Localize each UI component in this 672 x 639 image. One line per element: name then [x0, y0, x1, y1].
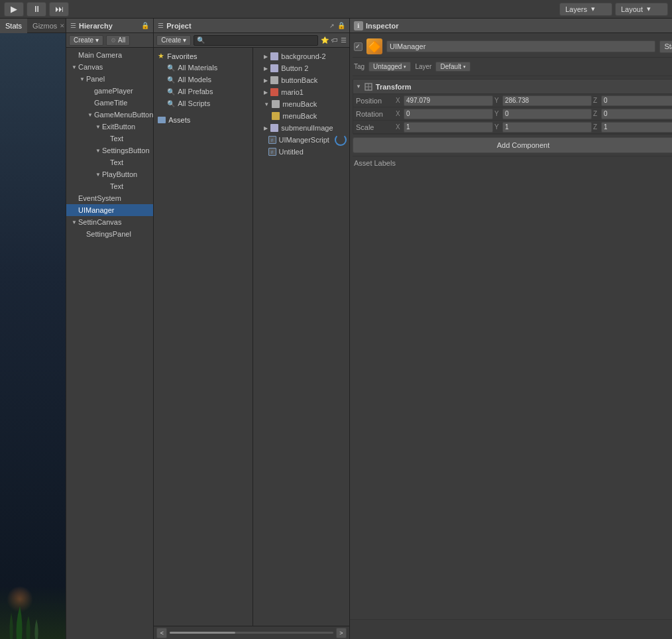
asset-sub-item-menuback-file[interactable]: menuBack: [253, 110, 349, 122]
object-header: ✓ 🔶 Static ▾: [353, 36, 672, 58]
scale-y-input[interactable]: [502, 122, 592, 133]
object-name-field[interactable]: [386, 40, 655, 52]
hierarchy-create-button[interactable]: Create ▾: [69, 35, 103, 46]
scene-grass: [0, 586, 66, 639]
project-search-input[interactable]: [194, 35, 318, 46]
transform-scale-fields: X Y Z: [396, 122, 672, 133]
tag-dropdown[interactable]: Untagged ▾: [368, 62, 411, 72]
layer-dropdown[interactable]: Default ▾: [435, 62, 471, 72]
script-icon: #: [268, 148, 276, 156]
fav-item-prefabs[interactable]: 🔍 All Prefabs: [154, 86, 252, 97]
fav-item-materials[interactable]: 🔍 All Materials: [154, 62, 252, 74]
object-active-checkbox[interactable]: ✓: [354, 42, 363, 51]
asset-color-icon: [270, 64, 278, 72]
asset-item-background2[interactable]: ▶ background-2: [253, 50, 349, 62]
layout-arrow-icon: ▾: [647, 5, 651, 13]
layers-arrow-icon: ▾: [591, 5, 595, 13]
project-create-button[interactable]: Create ▾: [156, 35, 191, 46]
stats-tab[interactable]: Stats: [0, 19, 27, 33]
tree-item[interactable]: EventSystem: [66, 192, 153, 204]
add-component-button[interactable]: Add Component: [353, 137, 672, 153]
layout-dropdown[interactable]: Layout ▾: [615, 3, 668, 16]
position-y-field: Y: [494, 95, 592, 106]
project-slider[interactable]: [170, 632, 333, 634]
project-tag-icon[interactable]: 🏷: [331, 36, 338, 44]
tree-item-uimanager[interactable]: UIManager: [66, 204, 153, 216]
gizmos-tab[interactable]: Gizmos ✕: [27, 19, 70, 33]
position-y-input[interactable]: [502, 95, 592, 106]
asset-item-untitled[interactable]: # Untitled: [253, 146, 349, 158]
tree-item[interactable]: GameTitle: [66, 97, 153, 109]
tree-item[interactable]: Text: [66, 156, 153, 168]
rotation-z-input[interactable]: [601, 109, 672, 119]
asset-labels-title: Asset Labels: [354, 159, 396, 167]
fav-item-models[interactable]: 🔍 All Models: [154, 74, 252, 86]
project-menu-icon[interactable]: ☰: [158, 22, 164, 29]
tree-item[interactable]: ▼ Canvas: [66, 61, 153, 73]
tree-item[interactable]: gamePlayer: [66, 85, 153, 97]
inspector-body: ✓ 🔶 Static ▾ Tag Untagged ▾ Layer: [350, 33, 672, 619]
project-slider-right-btn[interactable]: >: [336, 628, 347, 638]
tree-item[interactable]: Text: [66, 133, 153, 145]
hierarchy-lock-icon[interactable]: 🔒: [141, 22, 149, 29]
layout-label: Layout: [621, 5, 643, 13]
tag-layer-row: Tag Untagged ▾ Layer Default ▾: [353, 60, 672, 76]
inspector-info-icon: ℹ: [354, 21, 363, 30]
tag-label: Tag: [354, 63, 364, 70]
transform-arrow-icon: ▼: [356, 84, 361, 89]
transform-icon: [364, 82, 373, 91]
tree-item[interactable]: SettingsPanel: [66, 228, 153, 240]
inspector-header: ℹ Inspector ↗ 🔒: [350, 19, 672, 33]
asset-labels-section: Asset Labels: [353, 156, 672, 170]
fav-item-scripts[interactable]: 🔍 All Scripts: [154, 97, 252, 109]
asset-item-buttonback[interactable]: ▶ buttonBack: [253, 74, 349, 86]
transform-position-row: Position X Y Z: [353, 94, 672, 107]
scene-tabs: Stats Gizmos ✕: [0, 19, 66, 33]
rotation-y-input[interactable]: [502, 109, 592, 119]
tree-item[interactable]: ▼ SettinCanvas: [66, 216, 153, 228]
asset-item-button2[interactable]: ▶ Button 2: [253, 62, 349, 74]
asset-item-menuback-folder[interactable]: ▼ menuBack: [253, 98, 349, 110]
position-x-field: X: [396, 95, 493, 106]
transform-scale-row: Scale X Y Z: [353, 121, 672, 134]
object-type-icon: 🔶: [366, 38, 382, 54]
assets-section: Assets: [154, 115, 252, 125]
tree-item[interactable]: ▼ SettingsButton: [66, 145, 153, 156]
tree-item[interactable]: Main Camera: [66, 49, 153, 61]
step-button[interactable]: ⏭: [49, 2, 69, 17]
project-lock-icon[interactable]: 🔒: [337, 22, 345, 29]
rotation-x-input[interactable]: [404, 109, 493, 119]
position-x-input[interactable]: [404, 95, 493, 106]
position-z-input[interactable]: [601, 95, 672, 106]
project-expand-icon[interactable]: ↗: [329, 23, 335, 29]
tree-item[interactable]: Text: [66, 180, 153, 192]
rotation-x-field: X: [396, 109, 493, 119]
main-layout: Stats Gizmos ✕ ☰ Hierarchy 🔒: [0, 19, 672, 639]
hierarchy-all-button[interactable]: ⚙ All: [106, 35, 130, 46]
pause-button[interactable]: ⏸: [27, 2, 46, 17]
scale-y-field: Y: [494, 122, 592, 133]
gizmos-close-icon[interactable]: ✕: [60, 23, 65, 29]
project-settings-icon[interactable]: ☰: [341, 36, 347, 44]
loading-spinner: [332, 134, 347, 146]
hierarchy-menu-icon[interactable]: ☰: [70, 22, 76, 29]
transform-position-fields: X Y Z: [396, 95, 672, 106]
tree-item[interactable]: ▼ Panel: [66, 73, 153, 85]
project-content: ★ Favorites 🔍 All Materials 🔍 All Models…: [154, 48, 349, 626]
transform-header[interactable]: ▼ Transform ⚙ ⋮: [353, 80, 672, 94]
scale-z-field: Z: [593, 122, 672, 133]
static-dropdown[interactable]: Static ▾: [659, 40, 672, 53]
asset-item-mario1[interactable]: ▶ mario1: [253, 86, 349, 98]
asset-item-uimangscript[interactable]: # UIMangerScript: [253, 134, 349, 146]
asset-item-submenuimage[interactable]: ▶ submenulImage: [253, 122, 349, 134]
scale-z-input[interactable]: [601, 122, 672, 133]
transform-component: ▼ Transform ⚙ ⋮ Position: [353, 79, 672, 135]
layers-dropdown[interactable]: Layers ▾: [559, 3, 612, 16]
project-filter-icon[interactable]: ⭐: [321, 36, 329, 44]
project-slider-left-btn[interactable]: <: [156, 628, 167, 638]
play-button[interactable]: ▶: [4, 2, 24, 17]
tree-item[interactable]: ▼ GameMenuButton: [66, 109, 153, 121]
tree-item[interactable]: ▼ ExitButton: [66, 121, 153, 133]
scale-x-input[interactable]: [404, 122, 493, 133]
tree-item[interactable]: ▼ PlayButton: [66, 168, 153, 180]
